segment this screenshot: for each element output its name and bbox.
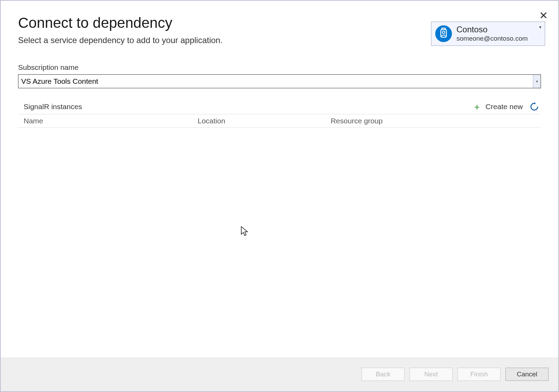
instances-header: SignalR instances ＋ Create new <box>18 102 541 114</box>
instances-table-header: Name Location Resource group <box>18 114 541 128</box>
next-button[interactable]: Next <box>410 368 453 381</box>
column-header-name[interactable]: Name <box>24 117 197 125</box>
refresh-button[interactable] <box>530 102 539 111</box>
subscription-label: Subscription name <box>18 63 541 72</box>
plus-icon: ＋ <box>472 102 481 111</box>
account-selector[interactable]: Contoso someone@contoso.com ▾ <box>431 22 545 46</box>
cursor-icon <box>241 226 249 236</box>
column-header-location[interactable]: Location <box>197 117 331 125</box>
account-text: Contoso someone@contoso.com <box>456 25 528 43</box>
close-icon: ✕ <box>539 10 548 21</box>
dropdown-arrow-icon: ▾ <box>533 75 541 88</box>
finish-button[interactable]: Finish <box>457 368 501 381</box>
create-new-button[interactable]: ＋ Create new <box>472 102 523 111</box>
subscription-dropdown[interactable]: VS Azure Tools Content ▾ <box>18 74 541 88</box>
dialog-body: ✕ Connect to dependency Select a service… <box>1 1 558 357</box>
subscription-selected: VS Azure Tools Content <box>21 77 533 85</box>
chevron-down-icon: ▾ <box>539 24 541 30</box>
refresh-icon <box>530 102 539 111</box>
close-button[interactable]: ✕ <box>539 10 548 21</box>
back-button[interactable]: Back <box>362 368 405 381</box>
column-header-resource-group[interactable]: Resource group <box>331 117 535 125</box>
dialog-window: ✕ Connect to dependency Select a service… <box>0 0 559 392</box>
account-badge-icon <box>435 25 452 42</box>
create-new-label: Create new <box>486 103 523 111</box>
account-name: Contoso <box>456 25 528 35</box>
instances-label: SignalR instances <box>24 103 82 111</box>
dialog-footer: Back Next Finish Cancel <box>1 357 558 391</box>
account-email: someone@contoso.com <box>456 35 528 43</box>
cancel-button[interactable]: Cancel <box>505 368 549 381</box>
